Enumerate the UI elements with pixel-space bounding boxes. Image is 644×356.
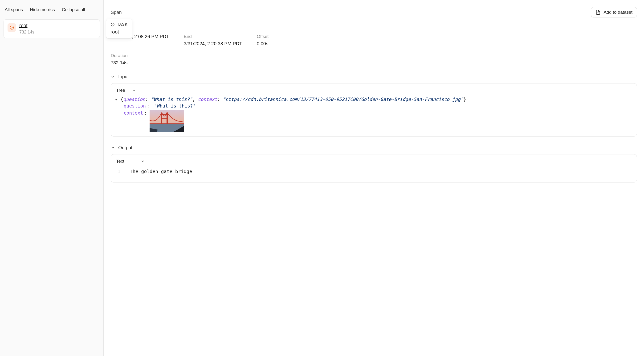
context-image-thumbnail[interactable]: [150, 110, 184, 132]
svg-rect-10: [161, 118, 168, 119]
add-to-dataset-label: Add to dataset: [604, 10, 632, 15]
add-to-dataset-button[interactable]: Add to dataset: [591, 7, 637, 18]
duration-label: Duration: [111, 53, 637, 58]
duration-value: 732.14s: [111, 60, 637, 66]
hide-metrics-toggle[interactable]: Hide metrics: [30, 7, 55, 12]
output-text-row: 1 The golden gate bridge: [115, 167, 632, 178]
main-panel: Span Add to dataset TASK root 3/31/2024,…: [104, 0, 644, 356]
chevron-down-icon: [132, 88, 136, 92]
output-view-mode-label: Text: [116, 159, 124, 164]
output-section-title: Output: [118, 145, 132, 150]
meta-grid: 3/31/2024, 2:08:26 PM PDT End 3/31/2024,…: [111, 34, 637, 47]
input-section-title: Input: [118, 74, 128, 80]
input-view-select[interactable]: Tree: [115, 88, 632, 93]
badge-type: TASK: [117, 23, 128, 27]
offset-value: 0.00s: [257, 41, 304, 47]
badge-name: root: [110, 29, 128, 35]
input-json-preview[interactable]: ▼ {question: "What is this?", context: "…: [115, 96, 632, 103]
chevron-down-icon: [111, 75, 115, 79]
add-file-icon: [596, 10, 601, 15]
svg-point-3: [111, 23, 114, 26]
sidebar: All spans Hide metrics Collapse all root…: [0, 0, 104, 356]
chevron-down-icon: [111, 145, 115, 150]
output-text: The golden gate bridge: [130, 169, 192, 174]
svg-point-0: [10, 26, 14, 30]
input-tree-question-row: question: "What is this?": [115, 103, 632, 109]
page-title: Span: [111, 10, 122, 15]
input-view-mode-label: Tree: [116, 88, 125, 93]
end-label: End: [184, 34, 254, 39]
offset-label: Offset: [257, 34, 304, 39]
input-panel: Tree ▼ {question: "What is this?", conte…: [111, 83, 637, 137]
span-badge-tooltip: TASK root: [106, 19, 132, 39]
chevron-down-icon: [141, 159, 145, 163]
all-spans-toggle[interactable]: All spans: [5, 7, 23, 12]
end-value: 3/31/2024, 2:20:38 PM PDT: [184, 41, 254, 47]
output-panel: Text 1 The golden gate bridge: [111, 154, 637, 182]
check-circle-icon: [110, 23, 115, 27]
collapse-all-toggle[interactable]: Collapse all: [62, 7, 85, 12]
task-icon: [8, 23, 16, 32]
sidebar-toolbar: All spans Hide metrics Collapse all: [0, 0, 104, 19]
output-section-header[interactable]: Output: [111, 145, 637, 150]
output-view-select[interactable]: Text: [115, 159, 632, 164]
input-section-header[interactable]: Input: [111, 74, 637, 80]
span-item-title: root: [19, 23, 96, 28]
span-item-duration: 732.14s: [19, 30, 96, 35]
output-line-number: 1: [116, 169, 120, 174]
input-tree-context-row: context:: [115, 110, 632, 132]
span-list-item[interactable]: root 732.14s: [4, 19, 100, 38]
svg-rect-9: [161, 114, 168, 115]
